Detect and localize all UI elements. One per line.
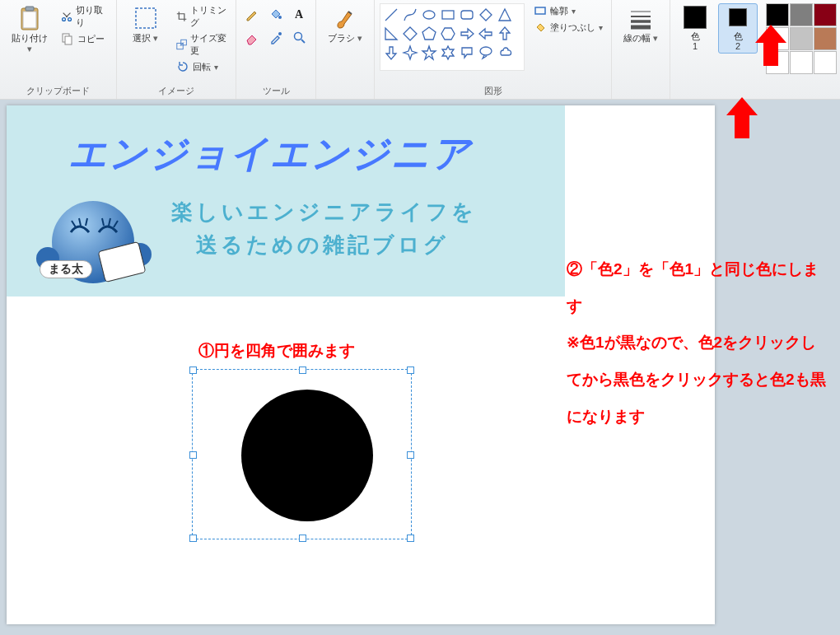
fill-button[interactable]: 塗りつぶし (530, 20, 606, 35)
handle-sw[interactable] (189, 535, 197, 542)
tool-eraser[interactable] (241, 27, 263, 49)
banner-image: エンジョイエンジニア 楽しいエンジニアライフを 送るための雑記ブログ (7, 105, 565, 296)
color1-label: 色1 (691, 31, 700, 51)
paste-button[interactable]: 貼り付け (5, 3, 54, 55)
rotate-label: 回転 (193, 61, 211, 73)
copy-label: コピー (77, 33, 105, 45)
magnifier-icon (292, 30, 307, 45)
shape-arrow-up[interactable] (496, 25, 514, 43)
shape-triangle[interactable] (496, 6, 514, 24)
cut-button[interactable]: 切り取り (58, 3, 111, 30)
shape-curve[interactable] (401, 6, 419, 24)
group-image-label: イメージ (158, 83, 194, 97)
tool-text[interactable]: A (289, 3, 310, 25)
group-tools-label: ツール (263, 83, 290, 97)
group-tools: A ツール (236, 0, 316, 99)
svg-point-10 (278, 16, 282, 19)
shape-rect[interactable] (439, 6, 457, 24)
eraser-icon (245, 30, 259, 45)
shape-polygon[interactable] (477, 6, 495, 24)
svg-marker-18 (480, 9, 492, 21)
shape-callout-round[interactable] (458, 44, 476, 62)
shape-arrow-right[interactable] (458, 25, 476, 43)
mascot-icon (23, 184, 163, 296)
color2-slot[interactable]: 色2 (718, 3, 758, 54)
svg-marker-25 (422, 46, 436, 59)
svg-marker-23 (441, 28, 455, 40)
outline-label: 輪郭 (550, 5, 568, 17)
handle-s[interactable] (299, 535, 306, 542)
shape-star-6[interactable] (439, 44, 457, 62)
handle-w[interactable] (189, 451, 197, 459)
handle-e[interactable] (407, 451, 414, 459)
tool-pencil[interactable] (241, 3, 263, 25)
svg-marker-24 (404, 46, 417, 59)
shape-hexagon[interactable] (439, 25, 457, 43)
svg-point-15 (423, 11, 435, 19)
svg-rect-6 (65, 36, 72, 44)
svg-rect-17 (461, 11, 473, 19)
annotation-step2: ②「色2」を「色1」と同じ色にします※色1が黒なので、色2をクリックしてから黒色… (567, 251, 826, 435)
resize-button[interactable]: サイズ変更 (173, 31, 231, 58)
palette-swatch-1[interactable] (790, 3, 813, 26)
shape-gallery[interactable] (380, 3, 525, 71)
tool-magnifier[interactable] (289, 27, 310, 49)
color2-label: 色2 (734, 31, 743, 51)
palette-swatch-5[interactable] (814, 27, 837, 50)
handle-nw[interactable] (189, 367, 197, 374)
text-icon: A (292, 7, 307, 21)
crop-icon (176, 10, 187, 23)
palette-swatch-0[interactable] (766, 3, 789, 26)
group-colors: 色1 色2 (670, 0, 840, 99)
svg-rect-28 (535, 7, 545, 14)
handle-se[interactable] (407, 535, 414, 542)
tool-picker[interactable] (265, 27, 287, 49)
shape-diamond[interactable] (401, 25, 419, 43)
linewidth-label: 線の幅 (623, 33, 658, 44)
cut-label: 切り取り (76, 4, 108, 29)
shape-round-rect[interactable] (458, 6, 476, 24)
handle-n[interactable] (299, 367, 306, 374)
brush-button[interactable]: ブラシ (321, 3, 369, 45)
group-image: 選択 トリミング サイズ変更 回転 イメージ (117, 0, 236, 99)
svg-point-12 (278, 32, 282, 35)
handle-ne[interactable] (407, 367, 414, 374)
shape-star-5[interactable] (420, 44, 438, 62)
color1-slot[interactable]: 色1 (675, 3, 715, 54)
palette-swatch-2[interactable] (814, 3, 837, 26)
linewidth-icon (628, 5, 654, 31)
select-label: 選択 (133, 33, 158, 44)
linewidth-button[interactable]: 線の幅 (617, 3, 665, 45)
pencil-icon (245, 7, 259, 21)
banner-subtitle-2: 送るための雑記ブログ (196, 231, 449, 259)
svg-line-14 (385, 9, 397, 21)
resize-icon (176, 38, 187, 51)
shape-pentagon[interactable] (420, 25, 438, 43)
shape-callout-cloud[interactable] (496, 44, 514, 62)
fill-icon (534, 21, 547, 34)
outline-button[interactable]: 輪郭 (530, 3, 606, 18)
selection-marquee[interactable] (192, 369, 412, 539)
palette-swatch-8[interactable] (814, 51, 837, 74)
select-button[interactable]: 選択 (122, 3, 170, 45)
shape-callout-oval[interactable] (477, 44, 495, 62)
trim-button[interactable]: トリミング (173, 3, 231, 30)
rotate-button[interactable]: 回転 (173, 59, 231, 74)
palette-swatch-4[interactable] (790, 27, 813, 50)
shape-arrow-left[interactable] (477, 25, 495, 43)
banner-title: エンジョイエンジニア (68, 128, 472, 180)
tool-bucket[interactable] (265, 3, 287, 25)
svg-rect-2 (26, 7, 34, 11)
shape-arrow-down[interactable] (382, 44, 400, 62)
svg-rect-1 (23, 12, 36, 28)
shape-oval[interactable] (420, 6, 438, 24)
shape-line[interactable] (382, 6, 400, 24)
svg-rect-7 (136, 8, 156, 28)
shape-star-4[interactable] (401, 44, 419, 62)
trim-label: トリミング (190, 4, 227, 29)
shape-right-triangle[interactable] (382, 25, 400, 43)
color1-swatch (684, 6, 707, 29)
svg-point-27 (480, 47, 492, 55)
copy-button[interactable]: コピー (58, 31, 111, 46)
palette-swatch-7[interactable] (790, 51, 813, 74)
